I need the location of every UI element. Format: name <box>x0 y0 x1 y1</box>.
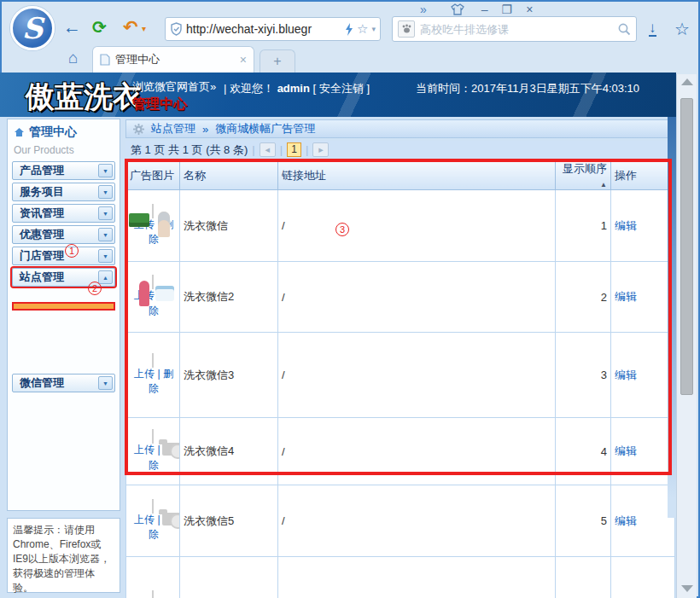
chevron-down-icon[interactable]: ▼ <box>98 228 113 241</box>
ad-actions-cell: 编辑 <box>611 333 675 418</box>
ads-table: 广告图片 名称 链接地址 显示顺序 ▲ 操作 上传 | 删除 洗衣微信 / 1 … <box>125 160 675 598</box>
sidebar-title-text: 管理中心 <box>29 125 77 140</box>
ad-image-cell: 上传 | 删除 <box>126 557 180 598</box>
maximize-button[interactable]: ❐ <box>502 3 513 16</box>
url-text[interactable]: http://wechat-xiyi.bluegr <box>186 22 341 36</box>
sidebar-group-button[interactable]: 服务项目 ▼ <box>12 183 115 201</box>
breadcrumb-current[interactable]: 微商城横幅广告管理 <box>215 121 315 136</box>
chevron-down-icon[interactable]: ▼ <box>98 249 113 263</box>
search-input[interactable] <box>420 23 612 36</box>
undo-dropdown-icon[interactable]: ▾ <box>142 24 146 33</box>
edit-link[interactable]: 编辑 <box>615 514 637 527</box>
bookmark-star-icon[interactable]: ☆ <box>357 21 368 37</box>
current-time: 当前时间：2017年11月3日星期五下午4:03:10 <box>416 81 639 96</box>
col-header-actions[interactable]: 操作 <box>611 161 675 190</box>
visit-site-link[interactable]: 浏览微官网首页» <box>132 79 216 95</box>
time-value: 2017年11月3日星期五下午4:03:10 <box>471 82 639 95</box>
sidebar-submenu-item[interactable] <box>12 321 115 329</box>
separator: | <box>157 514 160 525</box>
chevron-down-icon[interactable]: ▼ <box>98 376 113 390</box>
address-bar[interactable]: http://wechat-xiyi.bluegr ☆ ▾ <box>165 17 381 41</box>
col-header-link[interactable]: 链接地址 <box>278 161 556 190</box>
refresh-button[interactable]: ⟳ <box>92 17 107 38</box>
col-header-order-label: 显示顺序 <box>563 162 607 175</box>
sogou-logo-icon[interactable]: S <box>10 6 55 50</box>
sogou-paw-icon <box>398 20 415 38</box>
scrollbar-thumb[interactable] <box>680 98 693 395</box>
address-dropdown-icon[interactable]: ▾ <box>371 25 376 33</box>
breadcrumb-parent[interactable]: 站点管理 <box>151 121 195 136</box>
separator: | <box>157 368 160 380</box>
sidebar-submenu-item[interactable] <box>12 338 115 346</box>
welcome-text: | 欢迎您！ admin [ 安全注销 ] <box>224 81 370 96</box>
sidebar-submenu-item[interactable] <box>12 302 115 311</box>
sidebar-group-button[interactable]: 资讯管理 ▼ <box>12 204 115 223</box>
site-header: 傲蓝洗衣 浏览微官网首页» 管理中心 | 欢迎您！ admin [ 安全注销 ]… <box>0 73 676 117</box>
pagination-summary: 第 1 页 共 1 页 (共 8 条) <box>131 142 248 158</box>
ad-image-cell: 上传 | 删除 <box>126 262 180 333</box>
page-icon <box>100 54 110 66</box>
undo-button[interactable]: ↶ <box>123 17 138 38</box>
divider: | <box>224 82 226 95</box>
upload-link[interactable]: 上传 <box>134 514 155 525</box>
sort-asc-icon[interactable]: ▲ <box>600 181 607 189</box>
upload-link[interactable]: 上传 <box>134 444 155 456</box>
table-row: 上传 | 删除 洗衣微信4 / 4 编辑 <box>126 418 675 485</box>
sidebar-submenu-item[interactable] <box>12 346 115 355</box>
chevron-down-icon[interactable]: ▼ <box>98 206 113 220</box>
edit-link[interactable]: 编辑 <box>615 219 637 232</box>
browser-window: S » – ❐ × ← ⟳ ↶ ▾ http://wechat-xiyi.blu… <box>0 0 700 598</box>
scroll-down-icon[interactable] <box>681 585 693 592</box>
brand-logo-text: 傲蓝洗衣 <box>26 78 142 117</box>
new-tab-button[interactable]: + <box>260 49 295 73</box>
search-box[interactable] <box>392 16 637 42</box>
scroll-up-icon[interactable] <box>681 78 693 85</box>
tab-admin-center[interactable]: 管理中心 × <box>92 46 254 73</box>
ad-order-cell: 2 <box>556 262 611 333</box>
lightning-icon[interactable] <box>345 23 353 36</box>
download-icon[interactable]: ↓ <box>649 20 656 37</box>
home-icon[interactable]: ⌂ <box>68 49 78 67</box>
next-page-button[interactable]: ▸ <box>312 142 329 157</box>
chevron-down-icon[interactable]: ▼ <box>98 185 113 199</box>
favorites-star-icon[interactable]: ☆ <box>674 19 690 39</box>
back-button[interactable]: ← <box>63 17 81 38</box>
sidebar-submenu-item[interactable] <box>12 312 115 321</box>
close-button[interactable]: × <box>526 3 533 16</box>
current-page-button[interactable]: 1 <box>287 142 301 157</box>
prev-page-button[interactable]: ◂ <box>260 142 276 157</box>
ad-order-cell: 5 <box>556 485 611 557</box>
col-header-name[interactable]: 名称 <box>180 161 278 190</box>
sidebar-group-button[interactable]: 产品管理 ▼ <box>12 161 115 180</box>
ad-image-cell: 上传 | 删除 <box>126 190 180 262</box>
col-header-order[interactable]: 显示顺序 ▲ <box>556 161 611 190</box>
sidebar-group-button[interactable]: 优惠管理 ▼ <box>12 225 115 244</box>
sidebar-group-button[interactable]: 门店管理 ▼ <box>12 247 115 265</box>
chevron-down-icon[interactable]: ▼ <box>98 164 113 177</box>
vertical-scrollbar[interactable] <box>676 74 697 598</box>
sidebar-group-label: 门店管理 <box>20 248 64 264</box>
sidebar-submenu-item[interactable] <box>12 329 115 338</box>
upload-delete-links: 上传 | 删除 <box>130 367 178 397</box>
sidebar-group-wechat[interactable]: 微信管理 ▼ <box>12 374 115 392</box>
ad-actions-cell: 编辑 <box>611 485 675 557</box>
ad-actions-cell: 编辑 <box>611 262 675 333</box>
edit-link[interactable]: 编辑 <box>615 290 637 303</box>
col-header-image[interactable]: 广告图片 <box>126 161 180 190</box>
magnifier-icon[interactable] <box>617 22 631 36</box>
ad-link-cell: / <box>278 557 556 598</box>
toolbar-overflow-icon[interactable]: » <box>420 3 427 16</box>
mgmt-center-label: 管理中心 <box>132 96 187 113</box>
chevron-up-icon[interactable]: ▲ <box>98 270 113 284</box>
skin-theme-icon[interactable] <box>451 3 464 15</box>
logout-link[interactable]: [ 安全注销 ] <box>313 82 370 95</box>
sidebar-submenu-item[interactable] <box>12 363 115 372</box>
breadcrumb-separator: » <box>202 123 208 136</box>
minimize-button[interactable]: – <box>481 3 488 16</box>
sidebar-submenu-item[interactable] <box>12 355 115 363</box>
tab-close-icon[interactable]: × <box>240 53 247 67</box>
sidebar-submenu-item[interactable] <box>12 292 115 300</box>
edit-link[interactable]: 编辑 <box>615 444 637 457</box>
edit-link[interactable]: 编辑 <box>615 369 637 381</box>
upload-link[interactable]: 上传 <box>134 368 155 380</box>
